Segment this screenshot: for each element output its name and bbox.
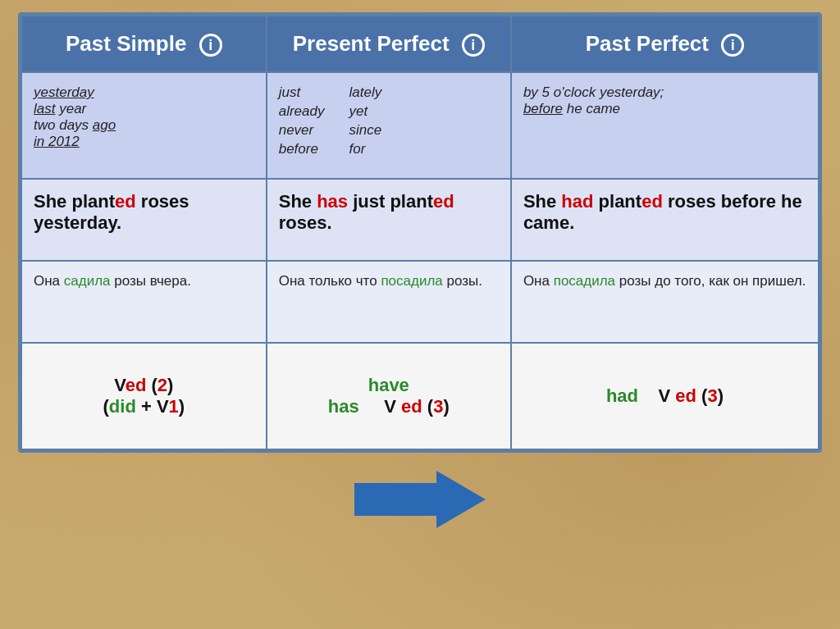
time-pp-cols: just already never before lately yet sin…: [279, 84, 499, 157]
info-icon-present-perfect[interactable]: i: [462, 34, 485, 57]
time-pp-just: just: [279, 84, 325, 101]
translation-past-perfect: Она посадила розы до того, как он пришел…: [511, 261, 819, 343]
sentence-row: She planted roses yesterday. She has jus…: [21, 179, 819, 261]
formula-ps-line2: (did + V1): [30, 396, 258, 417]
header-present-perfect: Present Perfect i: [267, 16, 511, 72]
formula-pastperf-3: 3: [707, 385, 717, 406]
time-pastperf-line1: by 5 o'clock yesterday;: [523, 84, 806, 101]
time-present-perfect: just already never before lately yet sin…: [267, 72, 511, 179]
formula-pastperf-had: had: [606, 385, 638, 406]
time-ps-yesterday: yesterday: [34, 84, 254, 101]
formula-pp-has-word: has: [328, 396, 359, 417]
formula-pp-have-word: have: [368, 375, 409, 395]
svg-marker-0: [354, 471, 486, 528]
present-perfect-label: Present Perfect: [293, 31, 450, 56]
time-past-perfect: by 5 o'clock yesterday; before he came: [511, 72, 819, 179]
sentence-past-simple: She planted roses yesterday.: [21, 179, 267, 261]
time-pp-before: before: [279, 141, 325, 157]
red-ed-ps: ed: [115, 191, 136, 212]
time-pp-col1: just already never before: [279, 84, 325, 157]
time-past-simple: yesterday last year two days ago in 2012: [21, 72, 267, 179]
time-expressions-row: yesterday last year two days ago in 2012…: [21, 72, 819, 179]
translation-present-perfect: Она только что посадила розы.: [267, 261, 511, 343]
time-pp-already: already: [279, 103, 325, 120]
time-ps-in-2012: in 2012: [34, 134, 254, 150]
formula-ps-1: 1: [169, 396, 179, 417]
formula-pp-ed: ed: [401, 396, 422, 417]
formula-row: Ved (2) (did + V1) have has V ed (3) had…: [21, 343, 819, 449]
header-past-simple: Past Simple i: [21, 16, 267, 72]
formula-ps-2: 2: [158, 375, 167, 395]
translation-row: Она садила розы вчера. Она только что по…: [21, 261, 819, 343]
header-past-perfect: Past Perfect i: [511, 16, 819, 72]
time-ps-last-year: last year: [34, 101, 254, 117]
formula-pp-has-ved: has V ed (3): [276, 396, 502, 417]
red-had: had: [561, 191, 593, 212]
translation-past-simple: Она садила розы вчера.: [21, 261, 267, 343]
time-pastperf-line2: before he came: [523, 101, 806, 117]
sentence-past-perfect: She had planted roses before he came.: [511, 179, 819, 261]
past-simple-label: Past Simple: [66, 31, 186, 56]
time-pp-never: never: [279, 122, 325, 139]
formula-past-simple: Ved (2) (did + V1): [21, 343, 267, 449]
arrow-container: [354, 463, 486, 528]
time-ps-two-days-ago: two days ago: [34, 117, 254, 134]
green-posadila-pp: посадила: [381, 273, 442, 289]
main-table-wrapper: Past Simple i Present Perfect i Past Per…: [18, 12, 822, 453]
time-pp-lately: lately: [349, 84, 381, 101]
info-icon-past-perfect[interactable]: i: [721, 34, 744, 57]
green-posadila-pastperf: посадила: [554, 273, 615, 289]
formula-ps-ed1: ed: [126, 375, 147, 395]
red-ed-pastperf: ed: [641, 191, 663, 212]
arrow-icon: [354, 471, 486, 528]
formula-ps-line1: Ved (2): [30, 375, 258, 396]
red-ed-pp: ed: [433, 191, 454, 212]
formula-present-perfect: have has V ed (3): [267, 343, 511, 449]
formula-pastperf-ed: ed: [675, 385, 696, 406]
time-pp-yet: yet: [349, 103, 381, 120]
time-pp-col2: lately yet since for: [349, 84, 381, 157]
formula-pp-3: 3: [433, 396, 443, 417]
formula-past-perfect: had V ed (3): [511, 343, 819, 449]
grammar-table: Past Simple i Present Perfect i Past Per…: [21, 15, 819, 450]
time-pp-since: since: [349, 122, 381, 139]
formula-ps-did: did: [109, 396, 136, 417]
sentence-present-perfect: She has just planted roses.: [267, 179, 511, 261]
red-has: has: [317, 191, 348, 212]
formula-pp-have: have: [276, 375, 502, 396]
green-sadila: садила: [64, 273, 111, 289]
header-row: Past Simple i Present Perfect i Past Per…: [21, 16, 819, 72]
info-icon-past-simple[interactable]: i: [199, 34, 222, 57]
past-perfect-label: Past Perfect: [586, 31, 709, 56]
time-pp-for: for: [349, 141, 381, 157]
